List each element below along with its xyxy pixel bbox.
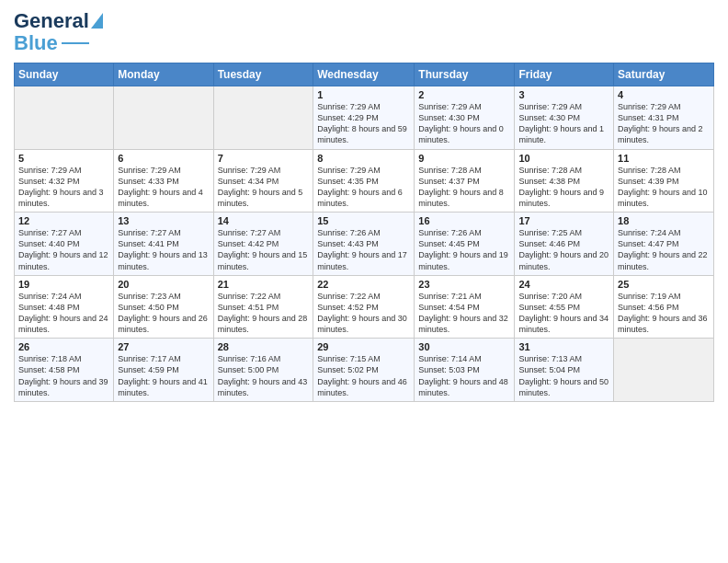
day-number: 28	[218, 341, 310, 352]
day-number: 23	[418, 279, 510, 290]
day-number: 11	[618, 153, 710, 164]
day-info: Sunrise: 7:29 AMSunset: 4:31 PMDaylight:…	[618, 101, 710, 146]
calendar-cell: 11Sunrise: 7:28 AMSunset: 4:39 PMDayligh…	[614, 149, 714, 213]
day-number: 7	[218, 153, 310, 164]
logo-general: General	[14, 9, 89, 33]
day-number: 24	[518, 279, 609, 290]
calendar-cell	[614, 339, 714, 402]
day-number: 17	[518, 215, 609, 226]
day-number: 25	[618, 279, 710, 290]
day-info: Sunrise: 7:22 AMSunset: 4:51 PMDaylight:…	[218, 291, 310, 336]
calendar-cell: 19Sunrise: 7:24 AMSunset: 4:48 PMDayligh…	[15, 275, 114, 339]
day-info: Sunrise: 7:13 AMSunset: 5:04 PMDaylight:…	[518, 353, 609, 398]
calendar-cell: 14Sunrise: 7:27 AMSunset: 4:42 PMDayligh…	[213, 213, 313, 276]
day-number: 27	[118, 341, 209, 352]
day-info: Sunrise: 7:29 AMSunset: 4:30 PMDaylight:…	[518, 101, 609, 146]
day-header-tuesday: Tuesday	[213, 63, 313, 86]
calendar-cell: 17Sunrise: 7:25 AMSunset: 4:46 PMDayligh…	[515, 213, 614, 276]
day-header-monday: Monday	[114, 63, 213, 86]
logo: General Blue	[14, 9, 103, 55]
day-info: Sunrise: 7:21 AMSunset: 4:54 PMDaylight:…	[418, 291, 510, 336]
day-number: 3	[518, 89, 609, 100]
day-info: Sunrise: 7:27 AMSunset: 4:42 PMDaylight:…	[218, 227, 310, 272]
day-number: 4	[618, 89, 710, 100]
day-number: 2	[418, 89, 510, 100]
calendar-cell: 6Sunrise: 7:29 AMSunset: 4:33 PMDaylight…	[114, 149, 213, 213]
calendar-cell: 4Sunrise: 7:29 AMSunset: 4:31 PMDaylight…	[614, 86, 714, 150]
day-number: 31	[518, 341, 609, 352]
calendar-cell	[114, 86, 213, 150]
day-info: Sunrise: 7:29 AMSunset: 4:32 PMDaylight:…	[18, 165, 109, 210]
calendar-cell: 20Sunrise: 7:23 AMSunset: 4:50 PMDayligh…	[114, 275, 213, 339]
day-info: Sunrise: 7:26 AMSunset: 4:45 PMDaylight:…	[418, 227, 510, 272]
day-info: Sunrise: 7:29 AMSunset: 4:30 PMDaylight:…	[418, 101, 510, 146]
page-container: General Blue SundayMondayTuesdayWednesda…	[0, 0, 728, 407]
logo-triangle-icon	[91, 13, 103, 29]
day-number: 13	[118, 215, 209, 226]
week-row-0: 1Sunrise: 7:29 AMSunset: 4:29 PMDaylight…	[15, 86, 714, 150]
day-number: 9	[418, 153, 510, 164]
calendar-cell: 7Sunrise: 7:29 AMSunset: 4:34 PMDaylight…	[213, 149, 313, 213]
day-info: Sunrise: 7:25 AMSunset: 4:46 PMDaylight:…	[518, 227, 609, 272]
day-number: 1	[317, 89, 410, 100]
calendar-cell: 1Sunrise: 7:29 AMSunset: 4:29 PMDaylight…	[313, 86, 415, 150]
day-number: 5	[18, 153, 109, 164]
logo-blue: Blue	[14, 31, 58, 55]
day-info: Sunrise: 7:28 AMSunset: 4:38 PMDaylight:…	[518, 165, 609, 210]
day-number: 26	[18, 341, 109, 352]
day-info: Sunrise: 7:20 AMSunset: 4:55 PMDaylight:…	[518, 291, 609, 336]
calendar-cell: 10Sunrise: 7:28 AMSunset: 4:38 PMDayligh…	[515, 149, 614, 213]
calendar-cell: 8Sunrise: 7:29 AMSunset: 4:35 PMDaylight…	[313, 149, 415, 213]
day-info: Sunrise: 7:29 AMSunset: 4:35 PMDaylight:…	[317, 165, 410, 210]
calendar-cell: 5Sunrise: 7:29 AMSunset: 4:32 PMDaylight…	[15, 149, 114, 213]
day-info: Sunrise: 7:18 AMSunset: 4:58 PMDaylight:…	[18, 353, 109, 398]
day-info: Sunrise: 7:17 AMSunset: 4:59 PMDaylight:…	[118, 353, 209, 398]
day-info: Sunrise: 7:19 AMSunset: 4:56 PMDaylight:…	[618, 291, 710, 336]
calendar-cell: 9Sunrise: 7:28 AMSunset: 4:37 PMDaylight…	[415, 149, 515, 213]
calendar-cell: 16Sunrise: 7:26 AMSunset: 4:45 PMDayligh…	[415, 213, 515, 276]
day-header-wednesday: Wednesday	[313, 63, 415, 86]
day-header-sunday: Sunday	[15, 63, 114, 86]
day-info: Sunrise: 7:29 AMSunset: 4:34 PMDaylight:…	[218, 165, 310, 210]
day-info: Sunrise: 7:28 AMSunset: 4:37 PMDaylight:…	[418, 165, 510, 210]
day-number: 8	[317, 153, 410, 164]
calendar-cell: 30Sunrise: 7:14 AMSunset: 5:03 PMDayligh…	[415, 339, 515, 402]
day-number: 19	[18, 279, 109, 290]
calendar-cell: 13Sunrise: 7:27 AMSunset: 4:41 PMDayligh…	[114, 213, 213, 276]
day-header-thursday: Thursday	[415, 63, 515, 86]
day-info: Sunrise: 7:28 AMSunset: 4:39 PMDaylight:…	[618, 165, 710, 210]
day-info: Sunrise: 7:26 AMSunset: 4:43 PMDaylight:…	[317, 227, 410, 272]
day-number: 16	[418, 215, 510, 226]
day-info: Sunrise: 7:16 AMSunset: 5:00 PMDaylight:…	[218, 353, 310, 398]
calendar-cell: 21Sunrise: 7:22 AMSunset: 4:51 PMDayligh…	[213, 275, 313, 339]
day-number: 30	[418, 341, 510, 352]
day-number: 14	[218, 215, 310, 226]
week-row-1: 5Sunrise: 7:29 AMSunset: 4:32 PMDaylight…	[15, 149, 714, 213]
week-row-3: 19Sunrise: 7:24 AMSunset: 4:48 PMDayligh…	[15, 275, 714, 339]
week-row-4: 26Sunrise: 7:18 AMSunset: 4:58 PMDayligh…	[15, 339, 714, 402]
day-info: Sunrise: 7:14 AMSunset: 5:03 PMDaylight:…	[418, 353, 510, 398]
day-number: 12	[18, 215, 109, 226]
calendar-cell: 22Sunrise: 7:22 AMSunset: 4:52 PMDayligh…	[313, 275, 415, 339]
day-info: Sunrise: 7:27 AMSunset: 4:40 PMDaylight:…	[18, 227, 109, 272]
day-header-friday: Friday	[515, 63, 614, 86]
day-number: 29	[317, 341, 410, 352]
week-row-2: 12Sunrise: 7:27 AMSunset: 4:40 PMDayligh…	[15, 213, 714, 276]
day-number: 22	[317, 279, 410, 290]
logo-underline	[62, 42, 89, 44]
day-number: 15	[317, 215, 410, 226]
day-info: Sunrise: 7:27 AMSunset: 4:41 PMDaylight:…	[118, 227, 209, 272]
calendar-cell: 27Sunrise: 7:17 AMSunset: 4:59 PMDayligh…	[114, 339, 213, 402]
day-number: 6	[118, 153, 209, 164]
calendar-cell: 23Sunrise: 7:21 AMSunset: 4:54 PMDayligh…	[415, 275, 515, 339]
day-info: Sunrise: 7:15 AMSunset: 5:02 PMDaylight:…	[317, 353, 410, 398]
calendar-cell: 2Sunrise: 7:29 AMSunset: 4:30 PMDaylight…	[415, 86, 515, 150]
calendar-cell: 18Sunrise: 7:24 AMSunset: 4:47 PMDayligh…	[614, 213, 714, 276]
calendar-cell: 15Sunrise: 7:26 AMSunset: 4:43 PMDayligh…	[313, 213, 415, 276]
day-number: 18	[618, 215, 710, 226]
day-info: Sunrise: 7:29 AMSunset: 4:29 PMDaylight:…	[317, 101, 410, 146]
calendar-cell	[15, 86, 114, 150]
day-header-saturday: Saturday	[614, 63, 714, 86]
day-info: Sunrise: 7:24 AMSunset: 4:48 PMDaylight:…	[18, 291, 109, 336]
day-info: Sunrise: 7:24 AMSunset: 4:47 PMDaylight:…	[618, 227, 710, 272]
